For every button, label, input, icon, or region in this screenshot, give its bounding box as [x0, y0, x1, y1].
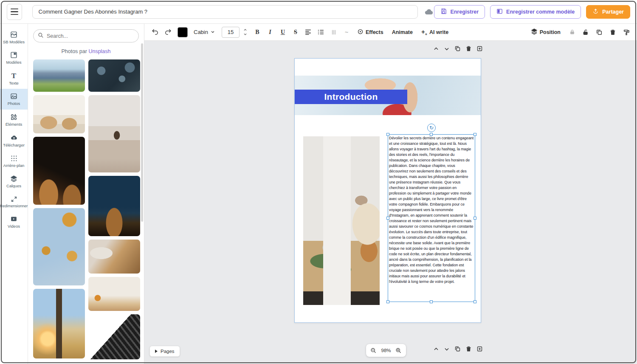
- resize-handle-sw[interactable]: [386, 300, 389, 303]
- photo-thumbnail-frost-texture[interactable]: [88, 59, 140, 92]
- document-title-input[interactable]: [32, 5, 418, 19]
- resize-handle-n[interactable]: [430, 133, 433, 136]
- photo-thumbnail-dark-diagonal-slats[interactable]: [88, 314, 140, 359]
- delete-button[interactable]: [607, 27, 618, 38]
- resize-handle-nw[interactable]: [386, 133, 389, 136]
- font-family-select[interactable]: Cabin: [192, 29, 217, 35]
- move-page-down-icon[interactable]: [444, 46, 450, 52]
- font-size-stepper[interactable]: [243, 28, 248, 37]
- resize-handle-ne[interactable]: [474, 133, 476, 136]
- design-page[interactable]: Introduction Dévoiler les secrets derriè…: [294, 58, 481, 323]
- elements-icon: [10, 113, 17, 121]
- panel-scrollbar[interactable]: [141, 43, 143, 222]
- sidebar-item-sb-modeles[interactable]: SB Modèles: [0, 27, 28, 48]
- sidebar-item-arriere-plan[interactable]: Arrière-plan: [0, 151, 28, 171]
- delete-page-icon[interactable]: [465, 346, 472, 352]
- resize-handle-e[interactable]: [474, 217, 476, 220]
- page-photo-woman-with-dog[interactable]: [303, 136, 380, 305]
- cloud-sync-icon: [424, 7, 434, 17]
- sidebar-item-videos[interactable]: Videos: [0, 212, 28, 232]
- photo-thumbnail-horse-rider-beach[interactable]: [88, 95, 140, 172]
- photo-thumbnail-bright-living-room[interactable]: [33, 95, 85, 133]
- photos-icon: [10, 93, 17, 100]
- underline-button[interactable]: U: [277, 27, 288, 38]
- save-as-template-button[interactable]: Enregistrer comme modèle: [490, 5, 581, 19]
- text-color-swatch[interactable]: [178, 27, 188, 37]
- search-icon: [38, 32, 44, 40]
- position-button[interactable]: Position: [527, 28, 564, 36]
- templates-icon: [10, 51, 17, 59]
- photo-thumbnail-power-station-night[interactable]: [88, 176, 140, 236]
- ai-write-button[interactable]: ++ AI write: [418, 28, 452, 37]
- unsplash-link[interactable]: Unsplash: [88, 48, 110, 54]
- sidebar-item-photos[interactable]: Photos: [0, 89, 28, 109]
- columns-button[interactable]: [328, 27, 339, 38]
- pages-button[interactable]: Pages: [149, 346, 180, 357]
- undo-button[interactable]: [149, 27, 161, 38]
- heading-banner[interactable]: Introduction: [295, 90, 407, 104]
- redo-button[interactable]: [162, 27, 173, 38]
- delete-page-icon[interactable]: [465, 45, 472, 52]
- share-button[interactable]: Partager: [586, 5, 630, 19]
- italic-button[interactable]: I: [265, 27, 276, 38]
- effects-button[interactable]: Effects: [354, 28, 387, 36]
- lock-closed-icon[interactable]: [567, 27, 578, 38]
- bold-button[interactable]: B: [252, 27, 263, 38]
- resize-handle-w[interactable]: [386, 217, 389, 220]
- rotate-handle-icon[interactable]: ↻: [427, 124, 436, 132]
- sidebar-item-modeles[interactable]: Modèles: [0, 48, 28, 68]
- animate-button[interactable]: Animate: [389, 29, 416, 35]
- text-align-button[interactable]: [303, 27, 314, 38]
- sb-templates-icon: [10, 31, 17, 38]
- save-icon: [440, 8, 447, 16]
- add-page-icon[interactable]: [476, 45, 483, 52]
- search-input[interactable]: [47, 33, 134, 39]
- photos-panel: Photos par Unsplash: [28, 24, 144, 364]
- hamburger-menu-button[interactable]: [7, 4, 22, 20]
- editor-area: Cabin B I U S ~ Effects Animate ++ AI wr…: [144, 24, 637, 364]
- font-size-input[interactable]: [222, 27, 240, 38]
- move-page-up-icon[interactable]: [433, 346, 439, 352]
- sidebar-item-texte[interactable]: T Texte: [0, 68, 28, 89]
- page-controls-top: [433, 45, 483, 52]
- sidebar-item-calques[interactable]: Calques: [0, 171, 28, 192]
- resize-handle-s[interactable]: [430, 300, 433, 303]
- search-box[interactable]: [33, 29, 139, 42]
- play-triangle-icon: [155, 350, 158, 353]
- move-page-down-icon[interactable]: [444, 346, 450, 352]
- bullet-list-button[interactable]: [316, 27, 327, 38]
- video-icon: [10, 215, 17, 223]
- duplicate-page-icon[interactable]: [454, 346, 461, 352]
- canvas[interactable]: Introduction Dévoiler les secrets derriè…: [144, 41, 637, 364]
- add-page-icon[interactable]: [476, 346, 483, 352]
- sidebar-item-elements[interactable]: Éléments: [0, 110, 28, 130]
- resize-handle-se[interactable]: [474, 300, 476, 303]
- top-bar: Enregistrer Enregistrer comme modèle Par…: [0, 0, 637, 24]
- stepper-up-icon[interactable]: [243, 28, 248, 32]
- save-button[interactable]: Enregistrer: [434, 5, 485, 19]
- photo-thumbnail-fireplace-living-room[interactable]: [88, 277, 140, 311]
- zoom-level: 98%: [380, 348, 392, 353]
- sidebar-item-redimensionner[interactable]: Redimensionner: [0, 192, 28, 212]
- move-page-up-icon[interactable]: [433, 46, 439, 52]
- body-text-block[interactable]: Dévoiler les secrets derrière un contenu…: [389, 135, 474, 301]
- tilde-spacing-button[interactable]: ~: [341, 27, 352, 38]
- chevron-down-icon: [211, 29, 215, 35]
- unlock-button[interactable]: [580, 27, 591, 38]
- stepper-down-icon[interactable]: [243, 32, 248, 37]
- zoom-in-icon[interactable]: [395, 347, 402, 354]
- strikethrough-button[interactable]: S: [290, 27, 301, 38]
- zoom-out-icon[interactable]: [370, 347, 377, 354]
- layers-icon: [10, 175, 17, 182]
- sidebar-item-telecharger[interactable]: Télécharger: [0, 130, 28, 151]
- photo-thumbnail-dark-warm-interior[interactable]: [33, 137, 85, 205]
- left-sidebar: SB Modèles Modèles T Texte Photos Élémen…: [0, 24, 28, 364]
- photo-thumbnail-tree-sunburst[interactable]: [33, 289, 85, 358]
- unsplash-attribution: Photos par Unsplash: [28, 48, 144, 54]
- format-painter-button[interactable]: [621, 27, 632, 38]
- photo-thumbnail-woodworking[interactable]: [88, 240, 140, 274]
- duplicate-page-icon[interactable]: [454, 45, 461, 52]
- duplicate-button[interactable]: [594, 27, 605, 38]
- photo-thumbnail-mountain-landscape[interactable]: [33, 59, 85, 92]
- photo-thumbnail-autumn-branch[interactable]: [33, 208, 85, 285]
